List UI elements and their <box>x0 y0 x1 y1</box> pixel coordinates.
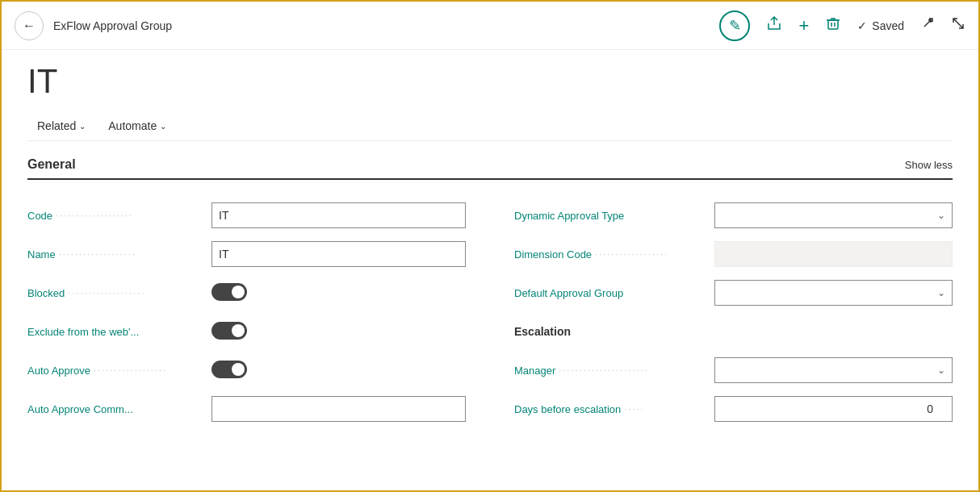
add-icon: + <box>798 15 809 36</box>
blocked-toggle[interactable] <box>211 283 247 301</box>
blocked-toggle-knob <box>232 286 245 298</box>
name-control <box>211 241 466 267</box>
field-row-dynamic-approval-type: Dynamic Approval Type ⌄ <box>514 196 953 235</box>
share-icon <box>766 15 782 35</box>
saved-status: ✓ Saved <box>857 19 904 32</box>
open-new-button[interactable] <box>920 16 935 35</box>
back-button[interactable]: ← <box>15 11 44 40</box>
auto-approve-comm-input[interactable] <box>211 396 466 422</box>
record-name: IT <box>27 63 953 100</box>
saved-checkmark: ✓ <box>857 19 867 32</box>
auto-approve-dots: ·················· <box>90 365 205 375</box>
code-input[interactable] <box>211 202 466 228</box>
back-icon: ← <box>23 19 36 33</box>
manager-dots: ······················ <box>555 365 708 375</box>
related-chevron-icon: ⌄ <box>79 122 86 131</box>
code-control <box>211 202 466 228</box>
exclude-toggle-knob <box>232 324 245 337</box>
days-before-escalation-control <box>714 396 953 422</box>
default-approval-group-control: ⌄ <box>714 280 953 306</box>
tab-automate-label: Automate <box>108 119 157 132</box>
show-less-button[interactable]: Show less <box>905 159 953 171</box>
name-label: Name <box>27 248 56 261</box>
field-row-dimension-code: Dimension Code ·················· <box>514 235 953 273</box>
delete-icon <box>825 15 841 35</box>
exclude-label: Exclude from the web'... <box>27 326 139 338</box>
auto-approve-toggle-wrapper <box>211 361 247 378</box>
expand-button[interactable] <box>951 16 965 35</box>
auto-approve-comm-label: Auto Approve Comm... <box>27 403 133 415</box>
field-row-blocked: Blocked ··················· <box>27 273 466 312</box>
delete-button[interactable] <box>825 15 841 35</box>
field-row-auto-approve: Auto Approve ·················· <box>27 351 466 390</box>
field-row-days-before-escalation: Days before escalation ····· <box>514 390 953 428</box>
dynamic-approval-type-control: ⌄ <box>714 202 953 228</box>
code-dots: ··················· <box>52 211 205 220</box>
tab-automate[interactable]: Automate ⌄ <box>98 113 176 140</box>
manager-chevron-icon: ⌄ <box>937 365 945 376</box>
right-column: Dynamic Approval Type ⌄ Dimension Code ·… <box>514 196 953 428</box>
auto-approve-control <box>211 361 466 381</box>
field-row-escalation-header: Escalation <box>514 312 953 351</box>
dimension-code-dots: ·················· <box>592 249 708 259</box>
blocked-dots: ··················· <box>65 288 205 298</box>
edit-icon: ✎ <box>729 17 741 35</box>
dynamic-approval-type-label: Dynamic Approval Type <box>514 210 624 222</box>
days-before-escalation-dots: ····· <box>621 404 708 414</box>
default-approval-group-label: Default Approval Group <box>514 287 623 299</box>
tab-related[interactable]: Related ⌄ <box>27 113 95 140</box>
field-row-name: Name ··················· <box>27 235 466 273</box>
blocked-toggle-wrapper <box>211 283 247 301</box>
dimension-code-label: Dimension Code <box>514 248 592 261</box>
edit-button[interactable]: ✎ <box>719 10 750 41</box>
app-frame: ← ExFlow Approval Group ✎ + <box>0 0 980 492</box>
manager-control: ⌄ <box>714 357 953 383</box>
blocked-label: Blocked <box>27 287 65 299</box>
field-row-manager: Manager ······················ ⌄ <box>514 351 953 390</box>
share-button[interactable] <box>766 15 782 35</box>
dynamic-approval-type-chevron-icon: ⌄ <box>937 210 945 221</box>
dimension-code-disabled <box>714 241 953 267</box>
main-content: IT Related ⌄ Automate ⌄ General Show les… <box>2 50 978 490</box>
nav-tabs: Related ⌄ Automate ⌄ <box>27 113 953 141</box>
top-actions: ✎ + <box>719 10 965 41</box>
form-grid: Code ··················· Name ··········… <box>27 196 953 428</box>
field-row-code: Code ··················· <box>27 196 466 235</box>
svg-rect-0 <box>828 20 838 29</box>
blocked-control <box>211 283 466 303</box>
manager-dropdown[interactable]: ⌄ <box>714 357 953 383</box>
field-row-auto-approve-comm: Auto Approve Comm... <box>27 390 466 428</box>
dimension-code-control <box>714 241 953 267</box>
field-row-exclude: Exclude from the web'... <box>27 312 466 351</box>
auto-approve-comm-control <box>211 396 466 422</box>
escalation-section-title: Escalation <box>514 325 571 338</box>
open-icon <box>920 16 935 35</box>
default-approval-group-chevron-icon: ⌄ <box>937 287 945 298</box>
days-before-escalation-input[interactable] <box>714 396 953 422</box>
code-label: Code <box>27 210 52 222</box>
default-approval-group-dropdown[interactable]: ⌄ <box>714 280 953 306</box>
dynamic-approval-type-dropdown[interactable]: ⌄ <box>714 202 953 228</box>
manager-label: Manager <box>514 365 555 377</box>
page-title-header: ExFlow Approval Group <box>53 19 719 32</box>
name-dots: ··················· <box>56 249 205 259</box>
tab-related-label: Related <box>37 119 76 132</box>
add-button[interactable]: + <box>798 15 809 36</box>
auto-approve-toggle-knob <box>232 363 245 376</box>
exclude-toggle-wrapper <box>211 322 247 340</box>
auto-approve-toggle[interactable] <box>211 361 247 378</box>
top-bar: ← ExFlow Approval Group ✎ + <box>2 2 978 50</box>
expand-icon <box>951 16 965 35</box>
automate-chevron-icon: ⌄ <box>160 122 166 131</box>
section-title: General <box>27 157 76 172</box>
days-before-escalation-label: Days before escalation <box>514 403 621 415</box>
exclude-control <box>211 322 466 342</box>
saved-label: Saved <box>872 19 904 32</box>
field-row-default-approval-group: Default Approval Group ⌄ <box>514 273 953 312</box>
left-column: Code ··················· Name ··········… <box>27 196 466 428</box>
exclude-toggle[interactable] <box>211 322 247 340</box>
general-section-header: General Show less <box>27 157 953 180</box>
name-input[interactable] <box>211 241 466 267</box>
auto-approve-label: Auto Approve <box>27 365 90 377</box>
